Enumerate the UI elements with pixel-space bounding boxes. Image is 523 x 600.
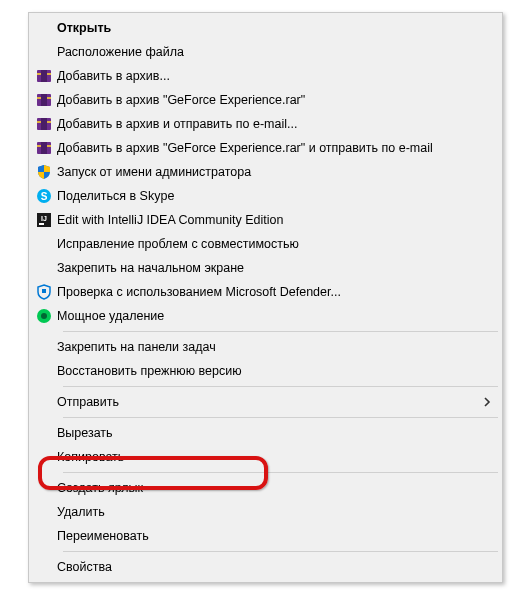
no-icon <box>31 524 57 548</box>
no-icon <box>31 40 57 64</box>
svg-rect-8 <box>41 118 47 130</box>
svg-rect-11 <box>41 142 47 154</box>
winrar-icon <box>31 88 57 112</box>
menu-label: Добавить в архив "GeForce Experience.rar… <box>57 93 494 107</box>
no-icon <box>31 390 57 414</box>
menu-delete[interactable]: Удалить <box>31 500 500 524</box>
svg-rect-2 <box>41 70 47 82</box>
menu-label: Исправление проблем с совместимостью <box>57 237 494 251</box>
intellij-icon: IJ <box>31 208 57 232</box>
menu-open-file-location[interactable]: Расположение файла <box>31 40 500 64</box>
menu-label: Добавить в архив и отправить по e-mail..… <box>57 117 494 131</box>
menu-label: Добавить в архив "GeForce Experience.rar… <box>57 141 494 155</box>
no-icon <box>31 359 57 383</box>
menu-label: Добавить в архив... <box>57 69 494 83</box>
menu-add-to-named-archive[interactable]: Добавить в архив "GeForce Experience.rar… <box>31 88 500 112</box>
menu-create-shortcut[interactable]: Создать ярлык <box>31 476 500 500</box>
no-icon <box>31 256 57 280</box>
menu-label: Открыть <box>57 21 494 35</box>
menu-label: Восстановить прежнюю версию <box>57 364 494 378</box>
svg-rect-15 <box>39 223 44 225</box>
no-icon <box>31 16 57 40</box>
menu-copy[interactable]: Копировать <box>31 445 500 469</box>
chevron-right-icon <box>480 396 494 408</box>
menu-add-archive-email[interactable]: Добавить в архив и отправить по e-mail..… <box>31 112 500 136</box>
menu-run-as-admin[interactable]: Запуск от имени администратора <box>31 160 500 184</box>
menu-troubleshoot-compat[interactable]: Исправление проблем с совместимостью <box>31 232 500 256</box>
menu-rename[interactable]: Переименовать <box>31 524 500 548</box>
svg-rect-5 <box>41 94 47 106</box>
svg-text:IJ: IJ <box>41 215 47 222</box>
no-icon <box>31 445 57 469</box>
menu-label: Удалить <box>57 505 494 519</box>
no-icon <box>31 335 57 359</box>
svg-rect-17 <box>42 289 46 293</box>
menu-pin-to-taskbar[interactable]: Закрепить на панели задач <box>31 335 500 359</box>
menu-separator <box>63 551 498 552</box>
menu-share-skype[interactable]: S Поделиться в Skype <box>31 184 500 208</box>
menu-label: Копировать <box>57 450 494 464</box>
menu-send-to[interactable]: Отправить <box>31 390 500 414</box>
skype-icon: S <box>31 184 57 208</box>
winrar-icon <box>31 64 57 88</box>
menu-pin-to-start[interactable]: Закрепить на начальном экране <box>31 256 500 280</box>
admin-shield-icon <box>31 160 57 184</box>
menu-edit-intellij[interactable]: IJ Edit with IntelliJ IDEA Community Edi… <box>31 208 500 232</box>
menu-label: Закрепить на начальном экране <box>57 261 494 275</box>
no-icon <box>31 476 57 500</box>
menu-separator <box>63 386 498 387</box>
iobit-icon <box>31 304 57 328</box>
menu-add-to-archive[interactable]: Добавить в архив... <box>31 64 500 88</box>
menu-properties[interactable]: Свойства <box>31 555 500 579</box>
menu-separator <box>63 417 498 418</box>
menu-label: Поделиться в Skype <box>57 189 494 203</box>
defender-shield-icon <box>31 280 57 304</box>
winrar-icon <box>31 112 57 136</box>
menu-label: Edit with IntelliJ IDEA Community Editio… <box>57 213 494 227</box>
svg-point-19 <box>41 313 47 319</box>
winrar-icon <box>31 136 57 160</box>
menu-label: Свойства <box>57 560 494 574</box>
menu-label: Проверка с использованием Microsoft Defe… <box>57 285 494 299</box>
menu-label: Расположение файла <box>57 45 494 59</box>
menu-separator <box>63 472 498 473</box>
no-icon <box>31 500 57 524</box>
menu-label: Запуск от имени администратора <box>57 165 494 179</box>
menu-scan-defender[interactable]: Проверка с использованием Microsoft Defe… <box>31 280 500 304</box>
no-icon <box>31 555 57 579</box>
no-icon <box>31 421 57 445</box>
menu-label: Переименовать <box>57 529 494 543</box>
menu-label: Вырезать <box>57 426 494 440</box>
menu-label: Создать ярлык <box>57 481 494 495</box>
menu-separator <box>63 331 498 332</box>
menu-label: Отправить <box>57 395 480 409</box>
menu-open[interactable]: Открыть <box>31 16 500 40</box>
context-menu: Открыть Расположение файла Добавить в ар… <box>28 12 503 583</box>
menu-label: Закрепить на панели задач <box>57 340 494 354</box>
menu-label: Мощное удаление <box>57 309 494 323</box>
svg-text:S: S <box>41 191 48 202</box>
no-icon <box>31 232 57 256</box>
menu-add-named-archive-email[interactable]: Добавить в архив "GeForce Experience.rar… <box>31 136 500 160</box>
menu-restore-previous[interactable]: Восстановить прежнюю версию <box>31 359 500 383</box>
menu-cut[interactable]: Вырезать <box>31 421 500 445</box>
menu-power-delete[interactable]: Мощное удаление <box>31 304 500 328</box>
